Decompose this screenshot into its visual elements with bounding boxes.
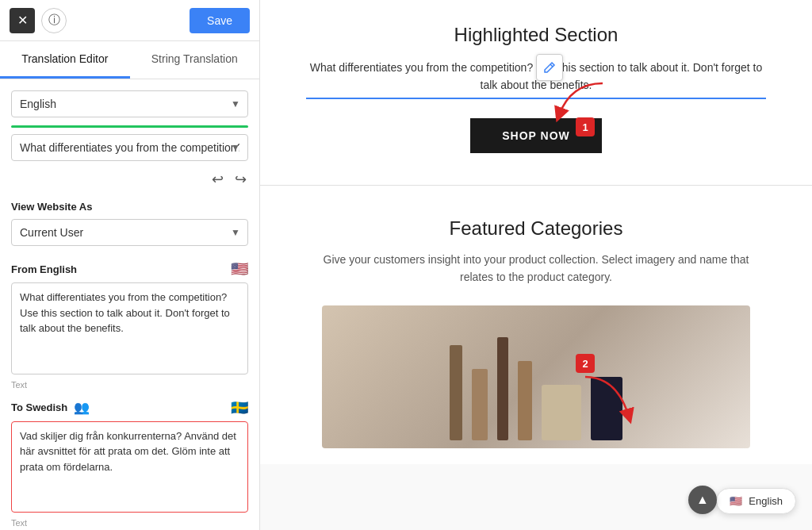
undo-redo-row: ↩ ↪ (11, 169, 248, 190)
tab-string-translation[interactable]: String Translation (130, 41, 260, 79)
from-label: From English (11, 263, 77, 275)
redo-button[interactable]: ↪ (233, 169, 248, 190)
scroll-up-button[interactable]: ▲ (688, 486, 717, 514)
arrow-annotation-2 (577, 373, 641, 432)
svg-line-0 (550, 64, 553, 67)
lang-flag: 🇺🇸 (730, 495, 742, 507)
img-item-2 (472, 369, 488, 440)
featured-description: Give your customers insight into your pr… (306, 251, 766, 286)
string-dropdown[interactable]: What differentiates you from the competi… (11, 134, 248, 161)
close-button[interactable]: ✕ (10, 8, 35, 33)
from-header: From English 🇺🇸 (11, 260, 248, 278)
panel-body: English ▼ What differentiates you from t… (0, 79, 259, 530)
info-button[interactable]: ⓘ (41, 8, 67, 33)
language-badge[interactable]: 🇺🇸 English (716, 488, 796, 514)
from-section: From English 🇺🇸 Text (11, 260, 248, 390)
img-item-1 (450, 345, 462, 440)
view-as-section: View Website As Current User ▼ (11, 201, 248, 246)
featured-title: Featured Categories (292, 217, 780, 240)
save-button[interactable]: Save (190, 8, 250, 33)
language-underline (11, 125, 248, 128)
image-items (322, 305, 750, 448)
to-textarea[interactable] (11, 421, 248, 513)
highlighted-section: Highlighted Section What differentiates … (260, 0, 812, 186)
featured-section: Featured Categories Give your customers … (260, 186, 812, 464)
to-label: To Swedish (11, 401, 67, 413)
pencil-icon (543, 61, 556, 74)
to-type-label: Text (11, 518, 248, 528)
to-section: To Swedish 👥 🇸🇪 Text Discard changes (11, 399, 248, 531)
img-item-5 (542, 385, 581, 440)
pencil-edit-button[interactable] (536, 54, 563, 81)
from-textarea[interactable] (11, 282, 248, 374)
to-flag: 🇸🇪 (231, 399, 248, 417)
to-header-left: To Swedish 👥 (11, 400, 90, 415)
highlighted-title: Highlighted Section (292, 24, 780, 46)
current-user-dropdown[interactable]: Current User (11, 219, 248, 246)
from-type-label: Text (11, 380, 248, 390)
featured-image (322, 305, 750, 448)
language-dropdown-wrap: English ▼ (11, 90, 248, 117)
badge-1: 1 (576, 117, 595, 136)
view-as-label: View Website As (11, 201, 248, 213)
add-users-icon: 👥 (74, 400, 90, 415)
img-item-3 (497, 337, 508, 440)
language-dropdown[interactable]: English (11, 90, 248, 117)
right-panel: 1 Highlighted Section What differentiate… (260, 0, 812, 530)
undo-button[interactable]: ↩ (210, 169, 225, 190)
tabs-row: Translation Editor String Translation (0, 41, 259, 79)
from-flag: 🇺🇸 (231, 260, 248, 278)
string-dropdown-wrap: What differentiates you from the competi… (11, 134, 248, 161)
top-bar: ✕ ⓘ Save (0, 0, 259, 41)
to-header: To Swedish 👥 🇸🇪 (11, 399, 248, 417)
left-panel: ✕ ⓘ Save Translation Editor String Trans… (0, 0, 260, 530)
img-item-4 (518, 361, 532, 440)
tab-translation-editor[interactable]: Translation Editor (0, 41, 130, 79)
badge-2: 2 (576, 354, 595, 373)
lang-label: English (749, 495, 783, 507)
current-user-dropdown-wrap: Current User ▼ (11, 219, 248, 246)
